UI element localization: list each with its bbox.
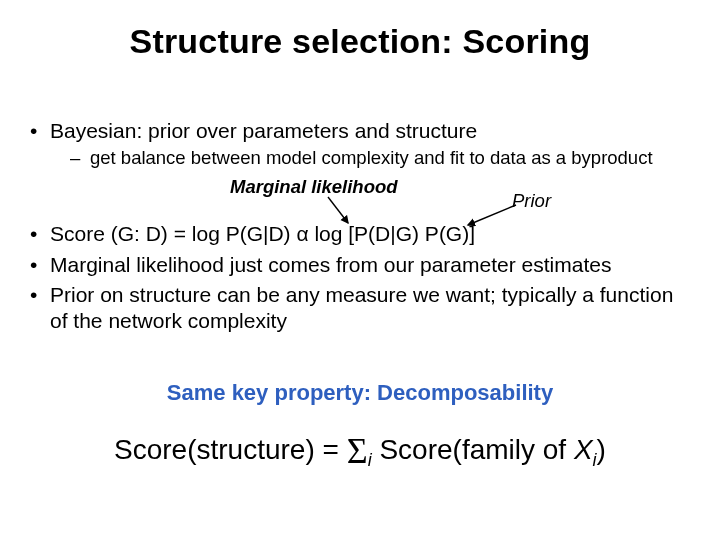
score-eq-prop: α [296, 222, 308, 245]
key-property-line: Same key property: Decomposability [0, 380, 720, 406]
score-eq-post: log [P(D|G) P(G)] [309, 222, 475, 245]
decomposability-formula: Score(structure) = Σi Score(family of Xi… [0, 430, 720, 472]
sigma-symbol: Σ [347, 431, 368, 471]
bullet-list: Bayesian: prior over parameters and stru… [28, 118, 692, 334]
bullet-prior-structure: Prior on structure can be any measure we… [28, 282, 692, 335]
sub-bullet-balance: get balance between model complexity and… [50, 146, 692, 169]
score-eq-pre: Score (G: D) = log P(G|D) [50, 222, 296, 245]
prior-label: Prior [512, 189, 551, 212]
bullet-bayesian-text: Bayesian: prior over parameters and stru… [50, 119, 477, 142]
x-variable: X [574, 434, 593, 465]
bullet-marginal-likelihood: Marginal likelihood just comes from our … [28, 252, 692, 278]
slide: Structure selection: Scoring Bayesian: p… [0, 0, 720, 540]
formula-rhs-post: ) [597, 434, 606, 465]
formula-lhs: Score(structure) = [114, 434, 347, 465]
annotation-row: Marginal likelihood Prior [90, 175, 692, 217]
sub-bullet-list: get balance between model complexity and… [50, 146, 692, 169]
slide-title: Structure selection: Scoring [0, 22, 720, 61]
slide-body: Bayesian: prior over parameters and stru… [28, 118, 692, 338]
formula-rhs-pre: Score(family of [372, 434, 574, 465]
arrow-ml [328, 197, 348, 223]
bullet-score-eq: Score (G: D) = log P(G|D) α log [P(D|G) … [28, 221, 692, 247]
bullet-bayesian: Bayesian: prior over parameters and stru… [28, 118, 692, 217]
marginal-likelihood-label: Marginal likelihood [230, 175, 398, 198]
